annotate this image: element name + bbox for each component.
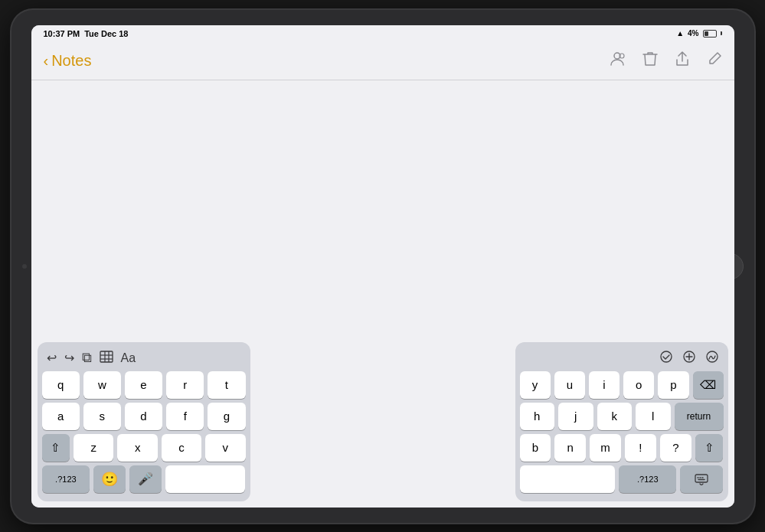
key-z[interactable]: z — [74, 434, 113, 462]
key-k[interactable]: k — [597, 403, 633, 430]
check-icon[interactable] — [659, 351, 673, 366]
key-c[interactable]: c — [162, 434, 201, 462]
svg-rect-10 — [695, 475, 708, 482]
key-u[interactable]: u — [554, 371, 585, 399]
battery-tip — [721, 31, 722, 35]
screen: 10:37 PM Tue Dec 18 ▲ 4% ‹ Notes — [31, 25, 734, 508]
emoji-key[interactable]: 🙂 — [93, 465, 126, 493]
right-toolbar-row — [520, 347, 724, 371]
hide-keyboard-key[interactable] — [680, 465, 723, 493]
left-row-4: .?123 🙂 🎤 — [42, 465, 246, 493]
space-key-right[interactable] — [520, 465, 616, 493]
front-camera — [22, 264, 27, 269]
key-f[interactable]: f — [166, 403, 204, 430]
status-date: Tue Dec 18 — [84, 29, 128, 38]
status-right: ▲ 4% — [676, 29, 721, 38]
back-arrow-icon[interactable]: ‹ — [44, 52, 49, 70]
shift-key-right[interactable]: ⇧ — [695, 434, 724, 462]
table-icon[interactable] — [100, 351, 113, 366]
share-person-icon[interactable] — [609, 51, 626, 71]
left-row-2: a s d f g — [42, 403, 246, 430]
key-m[interactable]: m — [590, 434, 621, 462]
space-key-left[interactable] — [165, 465, 246, 493]
svg-rect-2 — [100, 351, 113, 362]
wifi-strength: 4% — [688, 29, 698, 38]
nav-right — [609, 51, 722, 71]
content-area[interactable]: ↩ ↪ ⧉ Aa — [31, 80, 734, 508]
key-b[interactable]: b — [520, 434, 551, 462]
key-o[interactable]: o — [623, 371, 654, 399]
key-i[interactable]: i — [589, 371, 620, 399]
numbers-key-left[interactable]: .?123 — [42, 465, 90, 493]
nav-title[interactable]: Notes — [51, 52, 91, 70]
battery-icon — [703, 30, 717, 38]
key-j[interactable]: j — [558, 403, 593, 430]
shift-key-left[interactable]: ⇧ — [42, 434, 70, 462]
keyboard-right: y u i o p ⌫ h j k l return — [515, 342, 728, 501]
status-bar: 10:37 PM Tue Dec 18 ▲ 4% — [31, 25, 734, 42]
scribble-icon[interactable] — [705, 351, 719, 366]
status-time: 10:37 PM — [44, 29, 80, 38]
copy-icon[interactable]: ⧉ — [82, 350, 92, 366]
key-n[interactable]: n — [554, 434, 586, 462]
add-icon[interactable] — [682, 351, 696, 366]
key-y[interactable]: y — [520, 371, 551, 399]
key-s[interactable]: s — [83, 403, 121, 430]
left-row-3: ⇧ z x c v — [42, 434, 246, 462]
status-left: 10:37 PM Tue Dec 18 — [44, 29, 129, 38]
keyboards-container: ↩ ↪ ⧉ Aa — [31, 343, 734, 508]
keyboard-left: ↩ ↪ ⧉ Aa — [38, 342, 250, 501]
left-toolbar-row: ↩ ↪ ⧉ Aa — [42, 347, 246, 371]
key-exclaim[interactable]: ! — [625, 434, 656, 462]
key-w[interactable]: w — [83, 371, 121, 399]
return-key[interactable]: return — [675, 403, 724, 430]
right-row-1: y u i o p ⌫ — [520, 371, 724, 399]
key-v[interactable]: v — [205, 434, 245, 462]
key-x[interactable]: x — [117, 434, 157, 462]
svg-point-7 — [661, 351, 672, 362]
mic-key[interactable]: 🎤 — [129, 465, 162, 493]
key-q[interactable]: q — [42, 371, 80, 399]
key-p[interactable]: p — [658, 371, 688, 399]
key-question[interactable]: ? — [660, 434, 691, 462]
key-l[interactable]: l — [636, 403, 671, 430]
key-h[interactable]: h — [520, 403, 555, 430]
nav-left: ‹ Notes — [44, 52, 92, 70]
undo-icon[interactable]: ↩ — [47, 351, 57, 365]
numbers-key-right[interactable]: .?123 — [619, 465, 676, 493]
backspace-key[interactable]: ⌫ — [693, 371, 724, 399]
wifi-icon: ▲ — [676, 29, 684, 38]
compose-icon[interactable] — [707, 51, 722, 70]
left-row-1: q w e r t — [42, 371, 246, 399]
ipad-frame: 10:37 PM Tue Dec 18 ▲ 4% ‹ Notes — [11, 10, 754, 523]
redo-icon[interactable]: ↪ — [64, 351, 74, 365]
key-d[interactable]: d — [125, 403, 162, 430]
trash-icon[interactable] — [642, 51, 658, 71]
right-row-4: .?123 — [520, 465, 724, 493]
share-icon[interactable] — [675, 51, 690, 71]
key-r[interactable]: r — [166, 371, 204, 399]
format-icon[interactable]: Aa — [121, 351, 136, 365]
key-e[interactable]: e — [125, 371, 162, 399]
key-a[interactable]: a — [42, 403, 80, 430]
right-row-2: h j k l return — [520, 403, 724, 430]
right-row-3: b n m ! ? ⇧ — [520, 434, 724, 462]
nav-bar: ‹ Notes — [31, 42, 734, 80]
key-t[interactable]: t — [208, 371, 245, 399]
key-g[interactable]: g — [208, 403, 245, 430]
